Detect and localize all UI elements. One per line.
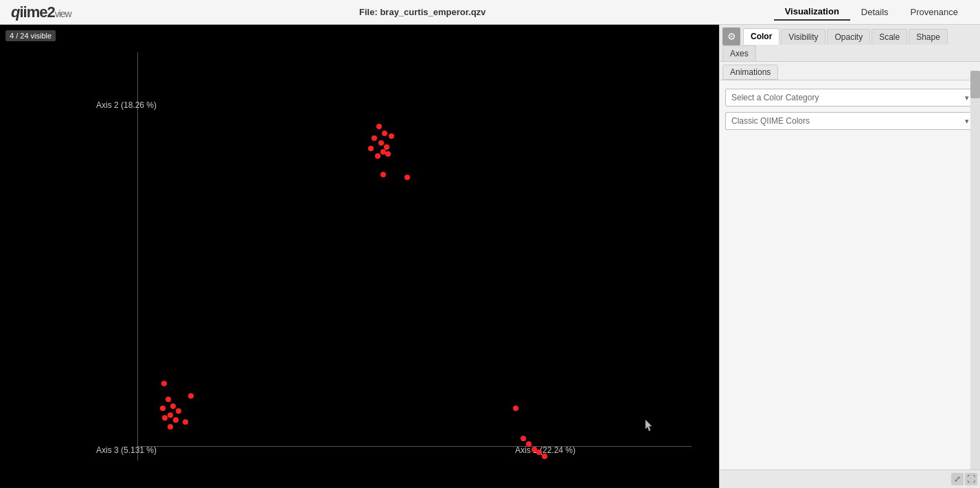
tab-visibility[interactable]: Visibility bbox=[781, 29, 825, 45]
scatter-dot bbox=[378, 140, 384, 146]
tab-provenance[interactable]: Provenance bbox=[900, 3, 969, 21]
tab-shape[interactable]: Shape bbox=[909, 29, 948, 45]
panel-content: Select a Color Category ▾ Classic QIIME … bbox=[720, 80, 980, 469]
scatter-dot bbox=[389, 133, 394, 139]
axis2-label: Axis 2 (18.26 %) bbox=[96, 100, 157, 110]
color-category-dropdown-row: Select a Color Category ▾ bbox=[725, 89, 975, 107]
tab-opacity[interactable]: Opacity bbox=[827, 29, 870, 45]
scatter-dot bbox=[404, 175, 410, 180]
axis3-label: Axis 3 (5.131 %) bbox=[96, 445, 157, 455]
scatter-dot bbox=[380, 172, 386, 177]
expand-icon[interactable]: ⤢ bbox=[951, 473, 964, 485]
scatter-dot bbox=[168, 424, 173, 430]
tab-scale[interactable]: Scale bbox=[871, 29, 907, 45]
scatter-dot bbox=[173, 417, 179, 423]
header: qiime2view File: bray_curtis_emperor.qzv… bbox=[0, 0, 980, 25]
panel-subtabs-row: Animations bbox=[720, 62, 980, 80]
file-label: File: bbox=[359, 7, 378, 17]
file-name: bray_curtis_emperor.qzv bbox=[380, 7, 486, 17]
scatter-dot bbox=[382, 131, 387, 136]
tab-visualization[interactable]: Visualization bbox=[774, 3, 850, 21]
file-info: File: bray_curtis_emperor.qzv bbox=[359, 7, 486, 17]
fullscreen-icon[interactable]: ⛶ bbox=[965, 473, 977, 485]
scatter-dot bbox=[160, 406, 166, 411]
scatter-dot bbox=[521, 436, 526, 441]
tab-animations[interactable]: Animations bbox=[722, 65, 778, 80]
scatter-dot bbox=[183, 419, 188, 425]
scatter-dot bbox=[161, 381, 167, 386]
scatter-dot bbox=[372, 135, 377, 141]
scatter-dot bbox=[168, 412, 173, 418]
logo-text: qiime2view bbox=[11, 3, 71, 21]
visible-badge: 4 / 24 visible bbox=[5, 30, 56, 41]
gear-button[interactable]: ⚙ bbox=[722, 27, 740, 45]
scatter-dot bbox=[162, 415, 168, 421]
panel-tabs-row: ⚙ Color Visibility Opacity Scale Shape A… bbox=[720, 25, 980, 62]
color-scheme-dropdown-row: Classic QIIME Colors PairedSet1Dark2 ▾ bbox=[725, 112, 975, 130]
panel-bottom-bar: ⤢ ⛶ bbox=[720, 469, 980, 488]
scatter-dot bbox=[385, 151, 391, 157]
nav-tabs: Visualization Details Provenance bbox=[774, 3, 969, 21]
tab-color[interactable]: Color bbox=[743, 28, 779, 45]
viewport[interactable]: 4 / 24 visible Axis 2 (18.26 %) Axis 3 (… bbox=[0, 25, 719, 488]
scatter-dot bbox=[176, 408, 181, 414]
scatter-dot bbox=[542, 454, 547, 459]
right-panel: ⚙ Color Visibility Opacity Scale Shape A… bbox=[719, 25, 980, 488]
tab-details[interactable]: Details bbox=[850, 3, 900, 21]
tab-axes[interactable]: Axes bbox=[722, 45, 756, 61]
scatter-dot bbox=[375, 153, 380, 159]
scatter-dot bbox=[536, 450, 542, 455]
color-category-select[interactable]: Select a Color Category bbox=[725, 89, 975, 107]
scatter-dot bbox=[188, 393, 194, 399]
axis-line-vertical bbox=[137, 52, 138, 461]
scatter-dot bbox=[166, 397, 171, 402]
logo: qiime2view bbox=[11, 3, 71, 21]
scatter-dot bbox=[368, 146, 374, 151]
color-scheme-select[interactable]: Classic QIIME Colors PairedSet1Dark2 bbox=[725, 112, 975, 130]
gear-icon: ⚙ bbox=[727, 31, 736, 42]
main: 4 / 24 visible Axis 2 (18.26 %) Axis 3 (… bbox=[0, 25, 980, 488]
scatter-dot bbox=[513, 406, 519, 411]
cursor-indicator bbox=[645, 419, 650, 428]
panel-scrollbar[interactable] bbox=[970, 71, 980, 469]
scatter-dot bbox=[170, 403, 176, 409]
axis-line-horizontal bbox=[137, 446, 692, 447]
scatter-dot bbox=[376, 124, 382, 129]
scatter-dot bbox=[526, 441, 532, 447]
panel-scrollbar-thumb bbox=[970, 71, 980, 98]
